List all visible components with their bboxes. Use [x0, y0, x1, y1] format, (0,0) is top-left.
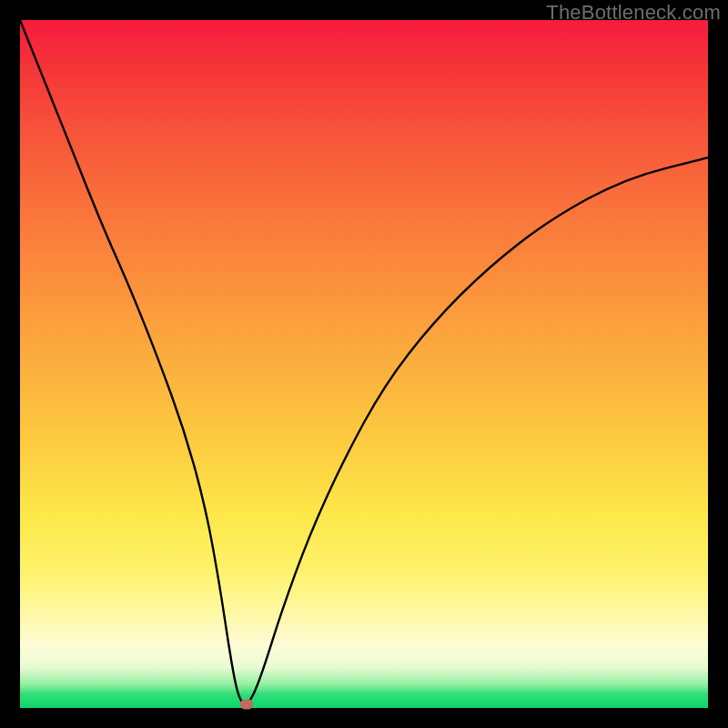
- bottleneck-curve-path: [20, 20, 708, 704]
- watermark-text: TheBottleneck.com: [546, 1, 721, 25]
- minimum-marker: [240, 700, 253, 710]
- chart-curve: [20, 20, 708, 708]
- chart-frame: TheBottleneck.com: [0, 0, 728, 728]
